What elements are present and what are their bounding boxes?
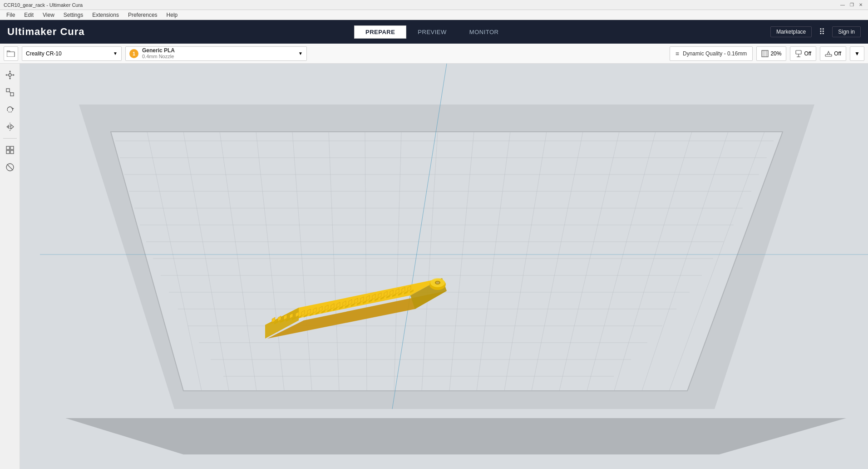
svg-rect-27	[6, 150, 10, 154]
per-model-settings-icon	[5, 145, 15, 155]
material-text: Generic PLA 0.4mm Nozzle	[142, 47, 175, 60]
material-selector[interactable]: 1 Generic PLA 0.4mm Nozzle ▼	[125, 46, 307, 61]
support-icon	[795, 50, 802, 57]
header-tabs: PREPARE PREVIEW MONITOR	[99, 25, 765, 39]
quality-label: Dynamic Quality - 0.16mm	[683, 50, 747, 57]
svg-rect-18	[6, 89, 10, 92]
svg-marker-13	[9, 78, 11, 80]
quality-selector[interactable]: ≡ Dynamic Quality - 0.16mm	[670, 46, 753, 61]
menu-preferences[interactable]: Preferences	[124, 11, 161, 19]
adhesion-icon	[825, 50, 832, 57]
rotate-icon	[5, 105, 15, 115]
svg-rect-0	[7, 52, 15, 57]
marketplace-button[interactable]: Marketplace	[770, 26, 812, 37]
tab-prepare[interactable]: PREPARE	[354, 25, 406, 39]
infill-value: 20%	[770, 50, 781, 57]
svg-marker-34	[111, 132, 783, 391]
adhesion-selector[interactable]: Off	[820, 46, 846, 61]
signin-button[interactable]: Sign in	[832, 26, 861, 37]
scale-tool-button[interactable]	[2, 85, 18, 100]
svg-line-20	[10, 92, 10, 93]
svg-line-30	[7, 165, 13, 170]
infill-selector[interactable]: 20%	[756, 46, 786, 61]
svg-marker-17	[13, 74, 15, 76]
svg-rect-19	[10, 93, 14, 96]
support-blocker-icon	[5, 162, 15, 172]
material-sub: 0.4mm Nozzle	[142, 54, 175, 60]
main-header: Ultimaker Cura PREPARE PREVIEW MONITOR M…	[0, 20, 868, 44]
material-number: 1	[133, 51, 135, 56]
mirror-tool-button[interactable]	[2, 119, 18, 135]
main-area	[0, 64, 868, 469]
restore-button[interactable]: ❐	[848, 1, 855, 9]
mirror-icon	[5, 122, 15, 132]
svg-point-9	[9, 74, 11, 76]
close-button[interactable]: ✕	[857, 1, 864, 9]
menu-edit[interactable]: Edit	[20, 11, 37, 19]
move-tool-button[interactable]	[2, 67, 18, 83]
menu-help[interactable]: Help	[163, 11, 182, 19]
secondary-toolbar: Creality CR-10 ▼ 1 Generic PLA 0.4mm Noz…	[0, 44, 868, 64]
svg-marker-11	[9, 70, 11, 72]
3d-scene	[20, 64, 868, 469]
apps-grid-button[interactable]: ⠿	[817, 25, 827, 39]
printer-name: Creality CR-10	[26, 50, 62, 57]
menu-settings[interactable]: Settings	[60, 11, 87, 19]
title-bar-text: CCR10_gear_rack - Ultimaker Cura	[4, 2, 83, 8]
header-right: Marketplace ⠿ Sign in	[770, 25, 861, 39]
open-folder-button[interactable]	[4, 46, 18, 61]
svg-rect-25	[6, 146, 10, 150]
svg-point-125	[436, 282, 439, 284]
printer-chevron-icon: ▼	[113, 51, 118, 56]
svg-marker-23	[6, 125, 9, 129]
printer-selector[interactable]: Creality CR-10 ▼	[22, 46, 122, 61]
menu-view[interactable]: View	[39, 11, 58, 19]
menu-bar: File Edit View Settings Extensions Prefe…	[0, 10, 868, 20]
menu-extensions[interactable]: Extensions	[89, 11, 123, 19]
logo-bold: Cura	[57, 26, 84, 37]
rotate-tool-button[interactable]	[2, 102, 18, 117]
svg-marker-15	[5, 74, 7, 76]
svg-rect-5	[796, 50, 801, 54]
per-model-settings-button[interactable]	[2, 142, 18, 158]
tab-preview[interactable]: PREVIEW	[406, 25, 458, 39]
svg-marker-32	[65, 418, 846, 454]
tab-monitor[interactable]: MONITOR	[458, 25, 510, 39]
svg-rect-28	[10, 150, 14, 154]
support-value: Off	[804, 50, 811, 57]
svg-rect-8	[825, 55, 832, 56]
svg-marker-21	[11, 108, 14, 110]
folder-icon	[7, 50, 15, 57]
material-chevron-icon: ▼	[298, 51, 303, 56]
title-bar: CCR10_gear_rack - Ultimaker Cura — ❐ ✕	[0, 0, 868, 10]
scale-icon	[5, 87, 15, 97]
settings-expand-button[interactable]: ▼	[850, 46, 864, 61]
window-controls: — ❐ ✕	[839, 1, 864, 9]
move-icon	[5, 70, 15, 80]
tool-separator-1	[3, 138, 17, 139]
minimize-button[interactable]: —	[839, 1, 846, 9]
menu-file[interactable]: File	[3, 11, 19, 19]
material-name: Generic PLA	[142, 47, 175, 54]
app-logo: Ultimaker Cura	[7, 26, 85, 38]
material-number-badge: 1	[129, 49, 138, 58]
adhesion-value: Off	[834, 50, 841, 57]
logo-light: Ultimaker	[7, 26, 57, 37]
infill-icon	[761, 50, 769, 57]
support-selector[interactable]: Off	[790, 46, 816, 61]
viewport[interactable]	[20, 64, 868, 469]
support-blocker-button[interactable]	[2, 160, 18, 175]
quality-icon: ≡	[676, 50, 679, 57]
svg-rect-26	[10, 146, 14, 150]
svg-marker-24	[11, 125, 14, 129]
left-toolbar	[0, 64, 20, 469]
